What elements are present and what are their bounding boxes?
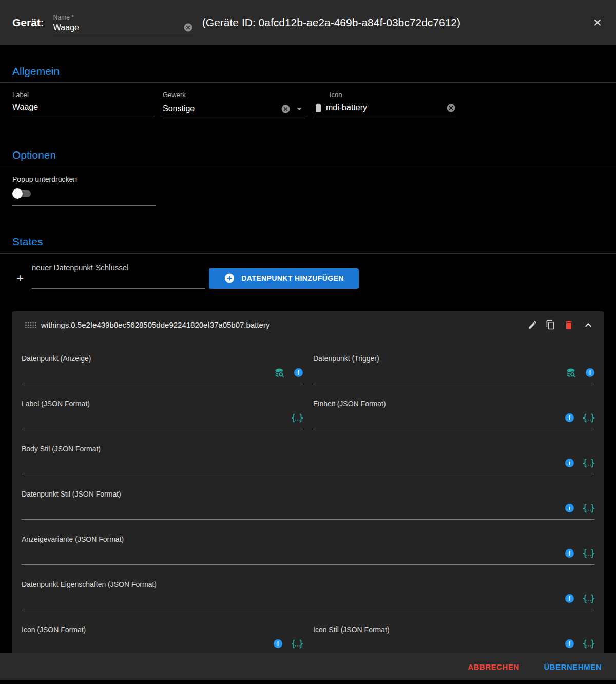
chevron-down-icon[interactable]	[293, 103, 305, 115]
info-icon[interactable]: i	[565, 413, 574, 422]
datenpunkt-trigger-input[interactable]	[313, 368, 556, 377]
popup-option-block: Popup unterdrücken	[12, 175, 156, 206]
bottom-strip	[0, 680, 616, 684]
info-icon[interactable]: i	[294, 368, 303, 377]
clear-name-icon[interactable]	[183, 23, 193, 32]
json-edit-icon[interactable]	[292, 638, 303, 650]
json-edit-icon[interactable]	[583, 548, 594, 559]
field-icon-json: Icon (JSON Format) i	[22, 610, 303, 653]
device-id-text: (Geräte ID: 0afcd12b-ae2a-469b-a84f-03bc…	[202, 16, 460, 29]
device-name-field: Name *	[53, 10, 193, 35]
field-datenpunkt-eigenschaften-json: Datenpunkt Eigenschaften (JSON Format) i	[22, 565, 594, 610]
json-edit-icon[interactable]	[583, 458, 594, 469]
state-card-actions	[528, 319, 594, 331]
gewerk-field: Gewerk	[163, 91, 305, 119]
field-underline: i	[22, 638, 303, 653]
plus-icon: +	[16, 272, 24, 284]
cancel-button[interactable]: ABBRECHEN	[464, 659, 523, 674]
label-field-underline	[12, 103, 155, 116]
field-label-json: Label (JSON Format)	[22, 384, 303, 429]
icon-field-label: Icon	[313, 91, 456, 99]
card-row: Label (JSON Format) Einheit (JSON Format…	[22, 384, 594, 429]
card-row: Anzeigevariante (JSON Format) i	[22, 520, 594, 565]
info-icon[interactable]: i	[274, 639, 282, 648]
field-datenpunkt-stil-json: Datenpunkt Stil (JSON Format) i	[22, 474, 594, 520]
field-label: Anzeigevariante (JSON Format)	[22, 535, 594, 544]
datenpunkt-eigenschaften-json-input[interactable]	[22, 594, 556, 603]
edit-icon[interactable]	[528, 320, 537, 330]
copy-icon[interactable]	[546, 320, 555, 330]
popup-option-label: Popup unterdrücken	[12, 175, 77, 183]
info-icon[interactable]: i	[565, 459, 574, 467]
json-edit-icon[interactable]	[583, 412, 594, 424]
clear-device-icon[interactable]	[446, 103, 456, 113]
field-underline: i	[22, 548, 594, 564]
add-datapoint-button[interactable]: DATENPUNKT HINZUFÜGEN	[209, 268, 359, 289]
device-edit-dialog: Gerät: Name * (Geräte ID: 0afcd12b-ae2a-…	[0, 0, 616, 684]
field-einheit-json: Einheit (JSON Format) i	[313, 384, 594, 429]
json-edit-icon[interactable]	[583, 638, 594, 650]
body-stil-json-input[interactable]	[22, 459, 556, 468]
field-underline: i	[22, 503, 594, 519]
delete-icon[interactable]	[564, 320, 574, 330]
select-datapoint-icon[interactable]	[274, 367, 285, 378]
field-datenpunkt-anzeige: Datenpunkt (Anzeige) i	[22, 339, 303, 384]
select-datapoint-icon[interactable]	[565, 367, 576, 378]
battery-icon	[313, 103, 323, 113]
name-field-underline	[53, 23, 193, 35]
info-icon[interactable]: i	[586, 368, 594, 377]
datenpunkt-anzeige-input[interactable]	[22, 368, 264, 377]
add-circle-icon	[224, 273, 235, 284]
icon-stil-json-input[interactable]	[313, 639, 556, 649]
json-edit-icon[interactable]	[292, 412, 303, 424]
field-icon-stil-json: Icon Stil (JSON Format) i	[313, 610, 594, 653]
field-datenpunkt-trigger: Datenpunkt (Trigger) i	[313, 339, 594, 384]
gewerk-field-underline	[163, 103, 305, 119]
new-datapoint-input[interactable]	[32, 275, 138, 284]
label-field-label: Label	[12, 91, 155, 99]
section-divider	[0, 166, 616, 166]
state-card-title: withings.0.5e2fe439b8ec5628505dde9224182…	[41, 320, 270, 329]
popup-toggle[interactable]	[12, 188, 32, 199]
field-label: Label (JSON Format)	[22, 400, 303, 408]
state-card-header: withings.0.5e2fe439b8ec5628505dde9224182…	[22, 311, 594, 339]
drag-handle-icon[interactable]	[25, 322, 37, 328]
icon-json-input[interactable]	[22, 639, 264, 649]
field-label: Datenpunkt (Trigger)	[313, 354, 594, 363]
gewerk-select[interactable]	[163, 104, 278, 113]
datenpunkt-stil-json-input[interactable]	[22, 504, 556, 513]
info-icon[interactable]: i	[565, 549, 574, 558]
field-label: Body Stil (JSON Format)	[22, 445, 594, 453]
clear-gewerk-icon[interactable]	[281, 104, 291, 114]
info-icon[interactable]: i	[565, 504, 574, 512]
new-datapoint-field: neuer Datenpunkt-Schlüssel	[32, 263, 205, 289]
icon-field: Icon	[313, 91, 456, 119]
apply-button[interactable]: ÜBERNEHMEN	[540, 659, 606, 674]
section-title-states: States	[12, 235, 604, 248]
label-input[interactable]	[12, 103, 155, 112]
field-label: Einheit (JSON Format)	[313, 400, 594, 408]
field-underline: i	[313, 367, 594, 384]
info-icon[interactable]: i	[565, 639, 574, 648]
json-edit-icon[interactable]	[583, 593, 594, 604]
dialog-header: Gerät: Name * (Geräte ID: 0afcd12b-ae2a-…	[0, 0, 616, 45]
field-label: Datenpunkt Eigenschaften (JSON Format)	[22, 580, 594, 589]
einheit-json-input[interactable]	[313, 413, 556, 423]
json-edit-icon[interactable]	[583, 503, 594, 514]
close-icon[interactable]: ×	[591, 15, 604, 30]
card-row: Body Stil (JSON Format) i	[22, 429, 594, 474]
card-row: Icon (JSON Format) i Icon Stil (JSON For…	[22, 610, 594, 653]
device-name-input[interactable]	[53, 23, 180, 32]
label-json-input[interactable]	[22, 413, 282, 423]
collapse-icon[interactable]	[582, 319, 594, 331]
anzeigevariante-json-input[interactable]	[22, 549, 556, 558]
section-divider	[0, 82, 616, 83]
field-label: Datenpunkt (Anzeige)	[22, 354, 303, 363]
icon-field-underline	[313, 103, 456, 117]
card-row: Datenpunkt Eigenschaften (JSON Format) i	[22, 565, 594, 610]
name-field-label: Name *	[53, 14, 193, 21]
field-underline: i	[22, 593, 594, 610]
field-label: Icon Stil (JSON Format)	[313, 625, 594, 634]
icon-input[interactable]	[326, 103, 444, 112]
info-icon[interactable]: i	[565, 594, 574, 603]
